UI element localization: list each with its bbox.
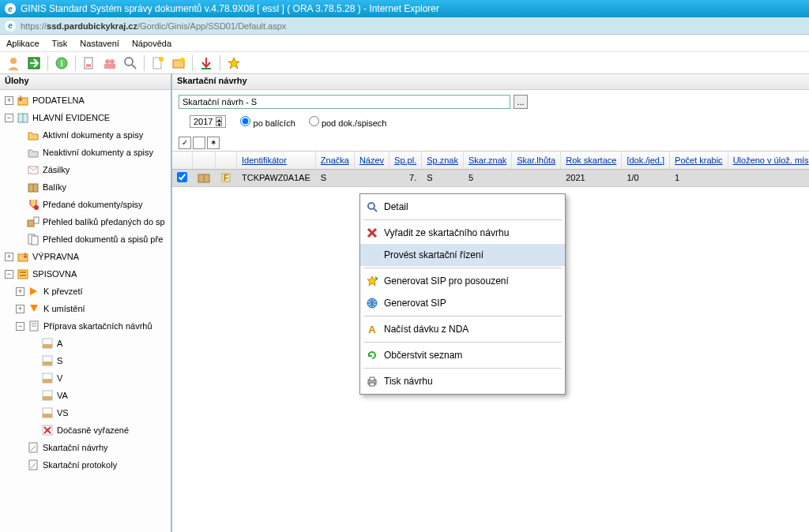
tree-item[interactable]: −SPISOVNA [0, 265, 171, 283]
tree-item[interactable]: +VÝPRAVNA [0, 248, 171, 265]
menu-aplikace[interactable]: Aplikace [6, 39, 40, 48]
context-menu-item[interactable]: Občerstvit seznam [360, 344, 565, 366]
tree-item[interactable]: Aktivní dokumenty a spisy [0, 126, 171, 144]
menu-icon [363, 198, 381, 215]
tree-expander[interactable]: − [16, 322, 24, 331]
svg-point-7 [110, 59, 115, 64]
tree-expander[interactable]: − [5, 114, 13, 122]
tree-item[interactable]: Balíky [0, 178, 171, 196]
tree-item[interactable]: +K převzetí [0, 283, 171, 300]
year-spinner[interactable]: 2017 ▲▼ [190, 115, 226, 128]
tree-expander[interactable]: + [16, 305, 24, 313]
tree-expander[interactable]: − [5, 270, 13, 279]
people-icon[interactable] [101, 54, 119, 72]
menu-icon [363, 272, 381, 290]
tree-label: PODATELNA [32, 96, 85, 105]
tree-expander[interactable]: + [5, 253, 13, 261]
menu-napoveda[interactable]: Nápověda [132, 39, 171, 48]
toolbar: i [0, 52, 809, 74]
tree-label: Dočasně vyřazené [57, 425, 129, 435]
tree-label: K převzetí [43, 287, 83, 296]
tree-item[interactable]: +K umístění [0, 300, 171, 317]
tree-icon [27, 129, 40, 141]
new-folder-icon[interactable] [170, 54, 187, 72]
select-invert-button[interactable]: ✶ [207, 137, 220, 149]
column-header[interactable]: Skar.lhůta [512, 152, 561, 169]
tree-item[interactable]: VA [0, 387, 171, 404]
tree-expander[interactable]: + [16, 287, 24, 296]
tree-item[interactable]: A [0, 335, 171, 352]
tree-item[interactable]: Skartační návrhy [0, 439, 171, 456]
package-icon [193, 169, 216, 186]
tree-label: S [57, 356, 62, 365]
context-menu-item[interactable]: Tisk návrhu [360, 370, 565, 392]
search-icon[interactable] [122, 54, 139, 72]
ie-icon: e [5, 3, 16, 14]
cell-sppl: 7. [389, 169, 422, 186]
tree-item[interactable]: VS [0, 404, 171, 421]
select-none-button[interactable] [193, 137, 205, 149]
tree-icon [27, 146, 40, 159]
tree-item[interactable]: Přehled dokumentů a spisů pře [0, 230, 171, 248]
tree-item[interactable]: Dočasně vyřazené [0, 421, 171, 439]
sidebar-header: Úlohy [0, 74, 171, 90]
tree-icon [41, 389, 54, 402]
filter-input[interactable] [179, 95, 510, 109]
tree-item[interactable]: Předané dokumenty/spisy [0, 196, 171, 213]
column-header[interactable]: Rok skartace [561, 152, 622, 169]
tree-icon [27, 198, 40, 211]
url-bar[interactable]: e https://ssd.pardubickykraj.cz/Gordic/G… [0, 17, 809, 35]
column-header[interactable]: Uloženo v úlož. mís [728, 152, 809, 169]
context-menu[interactable]: DetailVyřadit ze skartačního návrhuPrové… [359, 193, 566, 395]
tree-item[interactable]: −Příprava skartačních návrhů [0, 317, 171, 335]
tree-expander[interactable]: + [5, 96, 13, 105]
context-menu-item[interactable]: Provést skartační řízení [360, 244, 565, 266]
down-arrow-icon[interactable] [198, 54, 215, 72]
column-header[interactable]: [dok./jed.] [622, 152, 670, 169]
tree-item[interactable]: Skartační protokoly [0, 456, 171, 474]
tree-item[interactable]: Zásilky [0, 161, 171, 178]
column-header[interactable]: Sp.pl. [389, 152, 422, 169]
svg-rect-27 [18, 254, 28, 261]
menu-tisk[interactable]: Tisk [52, 39, 68, 48]
radio-pod-dok[interactable]: pod dok./spisech [309, 118, 387, 128]
column-header[interactable]: Značka [315, 152, 354, 169]
menu-nastaveni[interactable]: Nastavení [80, 39, 119, 48]
context-menu-item[interactable]: Detail [360, 196, 565, 218]
column-header[interactable]: Sp.znak [422, 152, 464, 169]
column-header[interactable]: Identifikátor [237, 152, 316, 169]
menu-label: Detail [384, 201, 408, 212]
user-icon[interactable] [5, 54, 22, 72]
select-all-button[interactable]: ✓ [179, 137, 191, 149]
tree-item[interactable]: V [0, 369, 171, 387]
tree-icon [17, 94, 29, 107]
radio-po-balicich[interactable]: po balících [240, 118, 295, 128]
column-header[interactable] [172, 152, 193, 169]
column-header[interactable] [193, 152, 216, 169]
column-header[interactable]: Počet krabic [670, 152, 728, 169]
context-menu-item[interactable]: ANačíst dávku z NDA [360, 318, 565, 340]
context-menu-item[interactable]: Generovat SIP [360, 292, 565, 314]
row-checkbox[interactable] [177, 172, 187, 182]
tree-icon [28, 302, 40, 315]
year-down[interactable]: ▼ [216, 122, 222, 126]
context-menu-item[interactable]: Generovat SIP pro posouzení [360, 270, 565, 292]
star-icon[interactable] [225, 54, 243, 72]
new-doc-icon[interactable] [149, 54, 167, 72]
tree-item[interactable]: Neaktivní dokumenty a spisy [0, 144, 171, 161]
svg-point-9 [125, 58, 133, 66]
column-header[interactable] [216, 152, 237, 169]
context-menu-item[interactable]: Vyřadit ze skartačního návrhu [360, 222, 565, 244]
exit-icon[interactable] [25, 54, 43, 72]
doc-icon[interactable] [81, 54, 98, 72]
column-header[interactable]: Název [354, 152, 389, 169]
table-row[interactable]: F TCKPAWZ0A1AE S 7. S 5 2021 1/0 1 [172, 169, 809, 186]
tree-item[interactable]: Přehled balíků předaných do sp [0, 213, 171, 230]
info-icon[interactable]: i [53, 54, 70, 72]
column-header[interactable]: Skar.znak [463, 152, 511, 169]
tree-item[interactable]: −HLAVNÍ EVIDENCE [0, 109, 171, 126]
tree-item[interactable]: +PODATELNA [0, 92, 171, 109]
filter-browse-button[interactable]: ... [514, 95, 528, 109]
tree-item[interactable]: S [0, 352, 171, 369]
tree-label: V [57, 373, 62, 383]
